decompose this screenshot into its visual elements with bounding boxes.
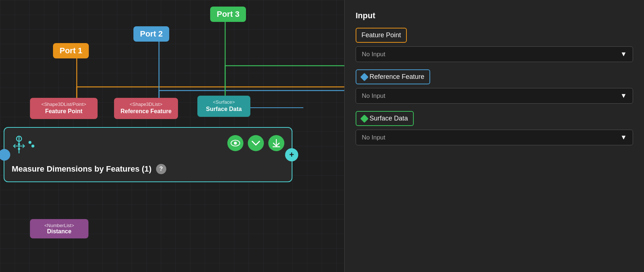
reference-feature-dropdown[interactable]: No Input ▼ [356,88,633,104]
component-title: Measure Dimensions by Features (1) [12,164,152,174]
component-title-row: Measure Dimensions by Features (1) ? [12,164,284,174]
reference-feature-name: Reference Feature [120,108,172,115]
port3-label[interactable]: Port 3 [210,7,246,22]
port1-label[interactable]: Port 1 [53,43,89,58]
reference-feature-type: <Shape3DList> [120,101,172,108]
surface-data-dropdown[interactable]: No Input ▼ [356,130,633,145]
reference-feature-node[interactable]: <Shape3DList> Reference Feature [114,98,178,119]
add-button[interactable]: + [285,148,298,161]
surface-data-field-group: Surface Data No Input ▼ [356,111,633,145]
feature-point-dropdown-arrow-icon: ▼ [620,50,627,58]
svg-point-13 [234,142,237,145]
reference-feature-dropdown-arrow-icon: ▼ [620,92,627,100]
surface-data-diamond-icon [360,115,369,123]
component-actions [227,135,284,151]
surface-data-dropdown-arrow-icon: ▼ [620,134,627,141]
port2-label[interactable]: Port 2 [133,26,169,42]
eye-button[interactable] [227,135,243,151]
chevron-down-button[interactable] [248,135,264,151]
component-header [12,135,284,157]
reference-feature-field-group: Reference Feature No Input ▼ [356,69,633,104]
surface-data-name: Surface Data [203,106,245,113]
surface-data-node[interactable]: <Surface> Surface Data [197,96,250,117]
output-type: <NumberList> [36,223,83,228]
left-port [0,149,10,161]
feature-point-field-group: Feature Point No Input ▼ [356,28,633,62]
panel-title: Input [356,11,633,20]
svg-point-7 [18,143,20,145]
download-button[interactable] [268,135,284,151]
feature-point-dropdown-value: No Input [362,51,385,58]
output-distance-node[interactable]: <NumberList> Distance [30,219,88,238]
component-icon [12,135,37,157]
svg-point-11 [31,145,34,148]
surface-data-dropdown-value: No Input [362,134,385,141]
surface-data-field-label: Surface Data [356,111,414,126]
surface-data-type: <Surface> [203,99,245,106]
feature-point-name: Feature Point [36,108,92,115]
svg-point-8 [18,148,20,150]
help-icon[interactable]: ? [156,164,166,174]
svg-point-10 [29,141,31,144]
reference-feature-field-label: Reference Feature [356,69,430,84]
feature-point-type: <Shape3DList/Point> [36,101,92,108]
feature-point-dropdown[interactable]: No Input ▼ [356,46,633,62]
right-panel: Input Feature Point No Input ▼ Reference… [344,0,644,272]
output-name: Distance [36,228,83,235]
main-component: + [4,127,292,182]
feature-point-node[interactable]: <Shape3DList/Point> Feature Point [30,98,98,119]
feature-point-field-label: Feature Point [356,28,407,43]
reference-feature-dropdown-value: No Input [362,92,385,100]
reference-feature-diamond-icon [360,73,369,81]
